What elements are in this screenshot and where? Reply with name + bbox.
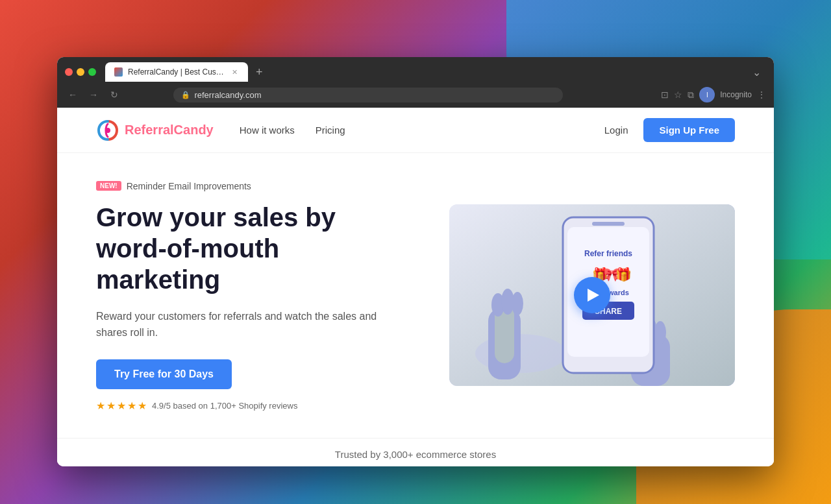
site-navbar: ReferralCandy How it works Pricing Login… bbox=[57, 108, 774, 153]
svg-point-8 bbox=[512, 292, 523, 315]
logo-icon bbox=[96, 119, 119, 142]
menu-button[interactable]: ⋮ bbox=[757, 90, 766, 100]
tab-bar: ReferralCandy | Best Custome... ✕ + ⌄ bbox=[57, 57, 774, 82]
reload-button[interactable]: ↻ bbox=[106, 87, 122, 102]
back-button[interactable]: ← bbox=[65, 87, 81, 102]
bookmark-icon[interactable]: ☆ bbox=[674, 90, 682, 100]
traffic-lights bbox=[65, 68, 96, 76]
minimize-button[interactable] bbox=[77, 68, 84, 76]
incognito-label: Incognito bbox=[720, 90, 752, 99]
hero-title: Grow your sales by word-of-mouth marketi… bbox=[96, 202, 410, 295]
close-button[interactable] bbox=[65, 68, 73, 76]
tab-title: ReferralCandy | Best Custome... bbox=[128, 67, 225, 77]
toolbar-icons: ⊡ ☆ ⧉ I Incognito ⋮ bbox=[661, 87, 766, 102]
maximize-button[interactable] bbox=[88, 68, 96, 76]
login-button[interactable]: Login bbox=[604, 125, 628, 136]
hero-section: NEW! Reminder Email Improvements Grow yo… bbox=[57, 153, 774, 438]
browser-chrome: ReferralCandy | Best Custome... ✕ + ⌄ ← … bbox=[57, 57, 774, 108]
logo-text-pink: Candy bbox=[174, 123, 214, 137]
website-content: ReferralCandy How it works Pricing Login… bbox=[57, 108, 774, 466]
profile-button[interactable]: I bbox=[699, 87, 715, 102]
tab-favicon bbox=[114, 67, 123, 77]
signup-button[interactable]: Sign Up Free bbox=[643, 118, 735, 142]
badge-text: Reminder Email Improvements bbox=[127, 181, 251, 191]
logo[interactable]: ReferralCandy bbox=[96, 119, 214, 142]
nav-right: Login Sign Up Free bbox=[604, 118, 735, 142]
play-button[interactable] bbox=[574, 277, 610, 313]
hero-right: Refer friends 🎁 🎀 🎁 Get rewards SHARE bbox=[449, 204, 735, 386]
play-icon bbox=[588, 289, 599, 302]
nav-how-it-works[interactable]: How it works bbox=[240, 125, 295, 136]
rating-row: ★ ★ ★ ★ ★ 4.9/5 based on 1,700+ Shopify … bbox=[96, 400, 410, 412]
star-rating: ★ ★ ★ ★ ★ bbox=[96, 400, 147, 412]
star-5: ★ bbox=[138, 400, 147, 412]
cast-icon[interactable]: ⊡ bbox=[661, 90, 669, 100]
logo-text-black: Referral bbox=[125, 123, 174, 137]
tab-more-button[interactable]: ⌄ bbox=[747, 65, 766, 80]
rating-score: 4.9/5 based on 1,700+ Shopify reviews bbox=[152, 401, 297, 411]
trusted-section: Trusted by 3,000+ ecommerce stores bbox=[57, 438, 774, 466]
svg-rect-15 bbox=[592, 222, 625, 226]
svg-point-1 bbox=[105, 128, 110, 133]
hero-video[interactable]: Refer friends 🎁 🎀 🎁 Get rewards SHARE bbox=[449, 204, 735, 386]
new-badge: NEW! Reminder Email Improvements bbox=[96, 181, 251, 191]
star-4: ★ bbox=[127, 400, 136, 412]
star-2: ★ bbox=[106, 400, 116, 412]
star-1: ★ bbox=[96, 400, 105, 412]
nav-links: How it works Pricing bbox=[240, 125, 345, 136]
svg-text:🎁: 🎁 bbox=[615, 267, 632, 282]
address-bar-row: ← → ↻ 🔒 referralcandy.com ⊡ ☆ ⧉ I Incogn… bbox=[57, 82, 774, 108]
tab-close-button[interactable]: ✕ bbox=[230, 67, 239, 77]
badge-label: NEW! bbox=[96, 181, 121, 191]
cta-button[interactable]: Try Free for 30 Days bbox=[96, 359, 232, 389]
browser-window: ReferralCandy | Best Custome... ✕ + ⌄ ← … bbox=[57, 57, 774, 466]
address-bar[interactable]: 🔒 referralcandy.com bbox=[173, 88, 563, 102]
tab-overview-icon[interactable]: ⧉ bbox=[688, 90, 694, 101]
logo-text: ReferralCandy bbox=[125, 123, 214, 138]
new-tab-button[interactable]: + bbox=[251, 64, 268, 80]
nav-pricing[interactable]: Pricing bbox=[316, 125, 345, 136]
forward-button[interactable]: → bbox=[86, 87, 101, 102]
active-tab[interactable]: ReferralCandy | Best Custome... ✕ bbox=[105, 62, 248, 82]
svg-point-12 bbox=[654, 321, 666, 344]
hero-description: Reward your customers for referrals and … bbox=[96, 308, 410, 341]
url-text: referralcandy.com bbox=[194, 90, 261, 100]
hero-left: NEW! Reminder Email Improvements Grow yo… bbox=[96, 179, 410, 412]
star-3: ★ bbox=[117, 400, 126, 412]
svg-text:Refer friends: Refer friends bbox=[584, 249, 632, 258]
trusted-text: Trusted by 3,000+ ecommerce stores bbox=[68, 449, 763, 460]
lock-icon: 🔒 bbox=[181, 91, 190, 99]
